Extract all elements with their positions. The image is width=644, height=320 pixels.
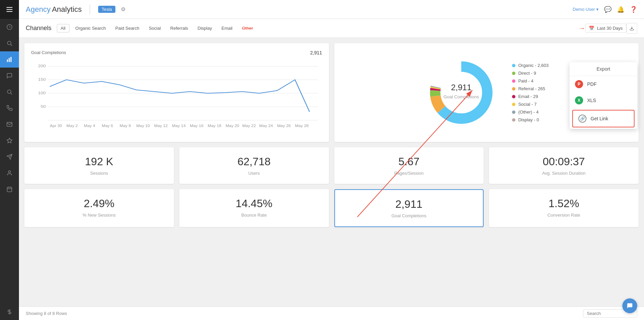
legend-dot-social xyxy=(512,103,515,106)
channels-title: Channels xyxy=(26,25,51,32)
main-content: AgencyAnalytics Tesla ⚙ Demo User ▾ 💬 🔔 … xyxy=(19,0,644,320)
sidebar-item-dashboard[interactable] xyxy=(0,19,19,35)
user-menu[interactable]: Demo User ▾ xyxy=(573,7,599,12)
gear-icon[interactable]: ⚙ xyxy=(121,6,126,13)
users-value: 62,718 xyxy=(186,155,322,168)
link-icon: 🔗 xyxy=(578,115,586,123)
chart-title: Goal Completions xyxy=(31,50,66,55)
goal-completions-label: Goal Completions xyxy=(342,213,476,218)
stat-users: 62,718 Users xyxy=(179,147,329,184)
charts-row: Goal Completions 2,911 200 150 100 50 xyxy=(24,43,639,142)
svg-point-9 xyxy=(7,90,11,94)
stat-bounce-rate: 14.45% Bounce Rate xyxy=(179,189,329,227)
client-badge[interactable]: Tesla xyxy=(98,6,115,13)
svg-text:May 24: May 24 xyxy=(259,124,273,128)
svg-text:50: 50 xyxy=(41,104,46,109)
sidebar-toggle[interactable] xyxy=(0,0,19,19)
pdf-icon: P xyxy=(575,80,583,88)
sidebar-item-pin[interactable] xyxy=(0,304,19,320)
svg-text:May 26: May 26 xyxy=(277,124,291,128)
svg-rect-2 xyxy=(6,11,13,12)
svg-line-10 xyxy=(10,93,12,94)
legend-paid: Paid - 4 xyxy=(512,78,549,83)
sidebar-item-phone[interactable] xyxy=(0,100,19,116)
content-area: Goal Completions 2,911 200 150 100 50 xyxy=(19,38,644,306)
new-sessions-value: 2.49% xyxy=(31,197,167,210)
get-link-label: Get Link xyxy=(591,116,608,121)
showing-rows: Showing 8 of 8 Rows xyxy=(26,311,67,316)
svg-text:May 8: May 8 xyxy=(120,124,131,128)
tab-other[interactable]: Other xyxy=(237,24,258,33)
chevron-down-icon: ▾ xyxy=(596,7,599,12)
sessions-label: Sessions xyxy=(31,171,167,176)
svg-text:May 20: May 20 xyxy=(226,124,239,128)
export-get-link[interactable]: 🔗 Get Link xyxy=(572,110,635,127)
legend-referral: Referral - 265 xyxy=(512,86,549,91)
export-pdf[interactable]: P PDF xyxy=(570,76,637,92)
tab-referrals[interactable]: Referrals xyxy=(165,24,193,33)
pages-session-label: Pages/Session xyxy=(341,171,477,176)
svg-text:Apr 30: Apr 30 xyxy=(50,124,62,128)
svg-text:2,911: 2,911 xyxy=(451,83,472,92)
messages-icon[interactable]: 💬 xyxy=(604,6,612,13)
svg-rect-0 xyxy=(6,7,13,8)
svg-text:May 14: May 14 xyxy=(172,124,185,128)
download-button[interactable] xyxy=(626,23,637,34)
svg-text:May 12: May 12 xyxy=(154,124,168,128)
sidebar-item-user[interactable] xyxy=(0,165,19,181)
export-dropdown: Export P PDF X XLS 🔗 Get Link xyxy=(570,62,637,129)
pages-session-value: 5.67 xyxy=(341,155,477,168)
bounce-rate-label: Bounce Rate xyxy=(186,213,322,218)
tab-paid[interactable]: Paid Search xyxy=(111,24,144,33)
tab-all[interactable]: All xyxy=(57,24,69,32)
tab-social[interactable]: Social xyxy=(144,24,165,33)
notifications-icon[interactable]: 🔔 xyxy=(617,6,624,13)
brand-agency: Agency xyxy=(26,5,50,14)
date-filter[interactable]: 📅 Last 30 Days xyxy=(585,24,626,33)
help-icon[interactable]: ❓ xyxy=(630,6,637,13)
svg-rect-8 xyxy=(10,57,12,62)
sidebar-item-analytics[interactable] xyxy=(0,51,19,68)
svg-point-45 xyxy=(435,67,487,119)
legend-dot-paid xyxy=(512,79,515,83)
svg-text:May 22: May 22 xyxy=(242,124,256,128)
conversion-rate-value: 1.52% xyxy=(496,197,632,210)
svg-text:May 6: May 6 xyxy=(102,124,113,128)
legend-display: Display - 0 xyxy=(512,117,549,122)
svg-text:100: 100 xyxy=(38,91,46,95)
chat-bubble-button[interactable] xyxy=(622,298,637,313)
sidebar-item-chat[interactable] xyxy=(0,68,19,84)
svg-rect-15 xyxy=(7,187,12,192)
svg-text:200: 200 xyxy=(38,64,46,68)
donut-chart: 2,911 Goal Completions xyxy=(424,55,498,130)
conversion-rate-label: Conversion Rate xyxy=(496,213,632,218)
svg-rect-6 xyxy=(7,59,8,62)
users-label: Users xyxy=(186,171,322,176)
tab-display[interactable]: Display xyxy=(193,24,217,33)
sidebar-item-reports[interactable] xyxy=(0,84,19,100)
sidebar-item-calendar[interactable] xyxy=(0,181,19,197)
stat-pages-session: 5.67 Pages/Session xyxy=(334,147,484,184)
topnav-right: Demo User ▾ 💬 🔔 ❓ xyxy=(573,6,637,13)
svg-text:May 16: May 16 xyxy=(190,124,203,128)
svg-text:May 4: May 4 xyxy=(84,124,95,128)
brand-divider xyxy=(90,5,90,14)
sidebar-item-star[interactable] xyxy=(0,132,19,149)
stat-goal-completions: 2,911 Goal Completions xyxy=(334,189,484,227)
sidebar-item-send[interactable] xyxy=(0,149,19,165)
tab-organic[interactable]: Organic Search xyxy=(71,24,111,33)
legend-direct: Direct - 9 xyxy=(512,71,549,76)
brand: AgencyAnalytics xyxy=(26,5,82,14)
sessions-value: 192 K xyxy=(31,155,167,168)
xls-icon: X xyxy=(575,96,583,104)
pdf-label: PDF xyxy=(587,81,597,87)
sidebar-item-email[interactable] xyxy=(0,116,19,132)
svg-text:May 28: May 28 xyxy=(295,124,309,128)
export-xls[interactable]: X XLS xyxy=(570,92,637,108)
tab-email[interactable]: Email xyxy=(217,24,237,33)
legend-dot-referral xyxy=(512,87,515,91)
sidebar-item-search[interactable] xyxy=(0,35,19,51)
chart-total: 2,911 xyxy=(310,50,322,55)
brand-analytics: Analytics xyxy=(52,5,82,14)
legend-dot-email xyxy=(512,95,515,98)
